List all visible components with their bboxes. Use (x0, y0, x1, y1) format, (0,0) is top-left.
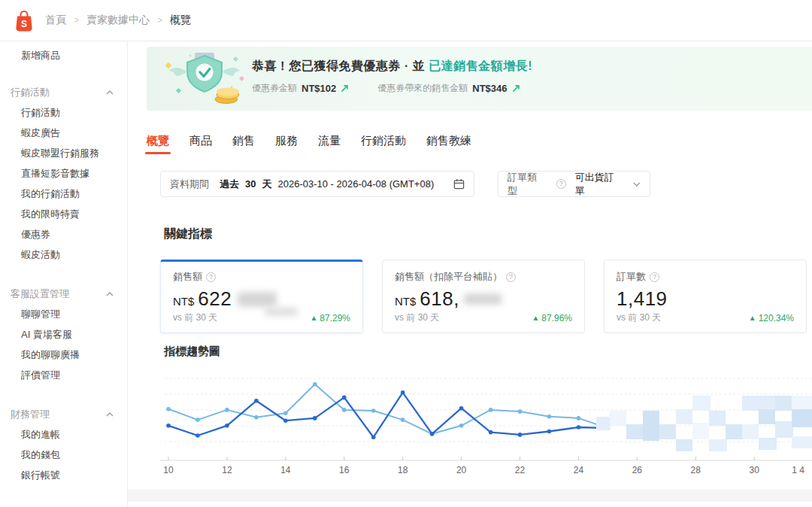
shield-coins-illustration (160, 48, 250, 110)
trend-chart: 10121416182022242628301 4 (154, 369, 812, 478)
censored-value-blur (464, 293, 501, 305)
chevron-up-icon (106, 292, 114, 296)
sidebar-section-label: 行銷活動 (11, 82, 50, 102)
sidebar-item-shopee-events[interactable]: 蝦皮活動 (0, 244, 127, 265)
main-content: 恭喜！您已獲得免費優惠券 · 並 已達銷售金額增長! 優惠券金額 NT$102 … (128, 41, 812, 507)
metric-card-sales-net[interactable]: 銷售額（扣除平台補貼） ? NT$ 618, vs 前 30 天 ▲87.96% (382, 260, 585, 333)
svg-text:14: 14 (280, 465, 291, 475)
sidebar-section-label: 財務管理 (11, 404, 50, 424)
change-value: 87.96% (541, 313, 572, 323)
svg-text:30: 30 (750, 465, 760, 475)
tab-sales-coach[interactable]: 銷售教練 (425, 128, 473, 154)
sidebar-item-my-flash-sale[interactable]: 我的限時特賣 (0, 204, 127, 224)
up-triangle-icon: ▲ (532, 314, 539, 322)
svg-text:22: 22 (515, 465, 526, 475)
date-range-value: 2026-03-10 - 2026-04-08 (GMT+08) (277, 178, 434, 190)
sidebar-item-live-shortvideo-data[interactable]: 直播短影音數據 (0, 163, 127, 184)
metric-card-orders[interactable]: 訂單數 ? 1,419 vs 前 30 天 ▲120.34% (604, 260, 807, 333)
sidebar-item-my-income[interactable]: 我的進帳 (0, 424, 127, 445)
sidebar-item-my-campaigns[interactable]: 我的行銷活動 (0, 184, 127, 204)
sidebar-nav: 新增商品 行銷活動 行銷活動 蝦皮廣告 蝦皮聯盟行銷服務 直播短影音數據 我的行… (0, 41, 128, 507)
tab-sales[interactable]: 銷售 (231, 128, 256, 154)
svg-text:24: 24 (574, 465, 584, 475)
tab-marketing[interactable]: 行銷活動 (359, 128, 408, 154)
question-mark-icon[interactable]: ? (506, 272, 516, 282)
congrats-banner: 恭喜！您已獲得免費優惠券 · 並 已達銷售金額增長! 優惠券金額 NT$102 … (147, 47, 812, 111)
tab-overview[interactable]: 概覽 (145, 128, 171, 154)
sidebar-item-marketing-campaigns[interactable]: 行銷活動 (0, 102, 127, 123)
dashboard-tabs: 概覽 商品 銷售 服務 流量 行銷活動 銷售教練 (145, 128, 473, 154)
banner-text-block: 恭喜！您已獲得免費優惠券 · 並 已達銷售金額增長! 優惠券金額 NT$102 … (252, 59, 532, 95)
chevron-down-icon (633, 182, 641, 187)
order-type-value: 可出貨訂單 (575, 171, 623, 198)
trend-line-chart: 10121416182022242628301 4 (154, 369, 812, 478)
svg-text:26: 26 (632, 465, 643, 475)
change-value: 120.34% (759, 313, 794, 323)
sidebar-item-my-wallet[interactable]: 我的錢包 (0, 445, 127, 465)
metric-value: NT$ 622 (173, 287, 350, 311)
question-mark-icon[interactable]: ? (650, 272, 659, 282)
order-type-label: 訂單類型 (508, 171, 546, 198)
sidebar-item-chat-broadcast[interactable]: 我的聊聊廣播 (0, 345, 127, 365)
breadcrumb-separator-icon: > (157, 15, 162, 26)
sidebar-item-affiliate-marketing[interactable]: 蝦皮聯盟行銷服務 (0, 143, 127, 163)
sidebar-item-ai-shop-service[interactable]: AI 賣場客服 (0, 324, 127, 345)
metric-number: 622 (198, 287, 232, 311)
sidebar-item-review-management[interactable]: 評價管理 (0, 365, 127, 385)
date-preset-suffix: 天 (262, 178, 271, 191)
vs-previous-label: vs 前 30 天 (617, 311, 661, 324)
metric-label: 銷售額（扣除平台補貼） (395, 270, 502, 284)
tab-service[interactable]: 服務 (274, 128, 299, 154)
sidebar-item-bank-account[interactable]: 銀行帳號 (0, 465, 127, 485)
chevron-up-icon (106, 412, 114, 417)
censored-mosaic (596, 396, 812, 451)
order-type-select[interactable]: 訂單類型 ? 可出貨訂單 (498, 171, 650, 197)
sidebar-section-finance[interactable]: 財務管理 (0, 404, 127, 424)
chevron-up-icon (106, 90, 114, 95)
banner-stat-voucher-sales: 優惠券帶來的銷售金額 NT$346 (377, 82, 520, 95)
svg-text:28: 28 (691, 465, 701, 475)
key-metrics-heading: 關鍵指標 (164, 226, 212, 242)
up-triangle-icon: ▲ (310, 314, 317, 322)
breadcrumb-seller-data-center[interactable]: 賣家數據中心 (86, 14, 150, 27)
banner-stat-voucher-amount: 優惠券金額 NT$102 (252, 82, 349, 95)
metric-number: 618, (420, 287, 459, 311)
date-range-picker[interactable]: 資料期間 過去 30 天 2026-03-10 - 2026-04-08 (GM… (160, 171, 474, 197)
metric-card-sales[interactable]: 銷售額 ? NT$ 622 vs 前 30 天 ▲87.29% (160, 260, 363, 333)
vs-previous-label: vs 前 30 天 (173, 311, 217, 324)
tab-traffic[interactable]: 流量 (317, 128, 342, 154)
sidebar-item-chat-management[interactable]: 聊聊管理 (0, 304, 127, 324)
sidebar-item-add-product[interactable]: 新增商品 (0, 45, 127, 65)
date-preset-prefix: 過去 (220, 178, 239, 191)
sidebar-item-shopee-ads[interactable]: 蝦皮廣告 (0, 123, 127, 143)
metric-value: 1,419 (617, 287, 794, 311)
svg-text:18: 18 (398, 465, 408, 475)
tab-products[interactable]: 商品 (188, 128, 214, 154)
sidebar-item-vouchers[interactable]: 優惠券 (0, 224, 127, 244)
breadcrumb-current-overview: 概覽 (170, 14, 191, 27)
calendar-icon[interactable] (453, 178, 465, 190)
growth-arrow-icon (512, 84, 520, 93)
svg-text:1 4: 1 4 (792, 465, 804, 475)
question-mark-icon[interactable]: ? (556, 179, 566, 189)
banner-title-highlight: 已達銷售金額增長! (429, 59, 532, 72)
trend-chart-heading: 指標趨勢圖 (164, 345, 220, 359)
change-percentage: ▲120.34% (749, 311, 794, 324)
sidebar-section-marketing[interactable]: 行銷活動 (0, 82, 127, 102)
banner-title: 恭喜！您已獲得免費優惠券 · 並 已達銷售金額增長! (252, 59, 532, 74)
banner-stat-value: NT$102 (301, 83, 336, 94)
currency-prefix: NT$ (395, 295, 416, 308)
breadcrumb: 首頁 > 賣家數據中心 > 概覽 (45, 14, 191, 27)
breadcrumb-separator-icon: > (74, 15, 79, 26)
breadcrumb-home[interactable]: 首頁 (45, 14, 66, 27)
date-preset-days: 30 (245, 178, 256, 190)
banner-stat-label: 優惠券帶來的銷售金額 (377, 82, 468, 95)
question-mark-icon[interactable]: ? (206, 272, 216, 282)
section-divider-strip (128, 490, 812, 502)
sidebar-section-label: 客服設置管理 (11, 284, 69, 304)
filter-bar: 資料期間 過去 30 天 2026-03-10 - 2026-04-08 (GM… (160, 171, 650, 197)
top-header: S 首頁 > 賣家數據中心 > 概覽 (0, 0, 812, 41)
banner-stat-value: NT$346 (472, 83, 507, 94)
sidebar-section-customer-service[interactable]: 客服設置管理 (0, 284, 127, 304)
shopee-logo-icon[interactable]: S (14, 8, 35, 32)
